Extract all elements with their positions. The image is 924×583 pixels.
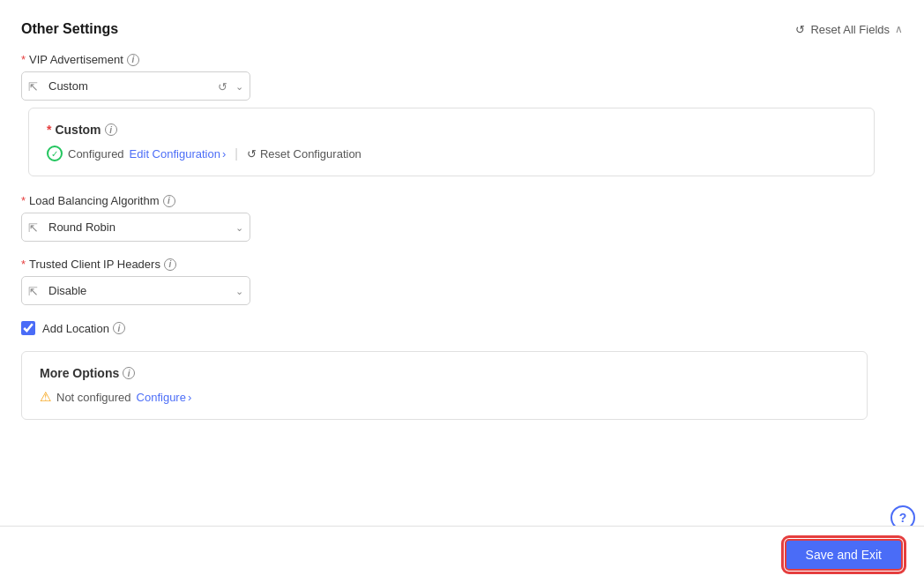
load-balancing-group: * Load Balancing Algorithm i ⇱ Round Rob…: [21, 194, 903, 242]
vip-select-wrapper: ⇱ Custom Standard None ↺ ⌄: [21, 71, 250, 101]
vip-advertisement-group: * VIP Advertisement i ⇱ Custom Standard …: [21, 53, 903, 176]
add-location-info-icon[interactable]: i: [113, 322, 125, 334]
lb-select[interactable]: Round Robin Least Connections IP Hash: [21, 213, 250, 242]
vip-info-icon[interactable]: i: [127, 54, 139, 66]
footer-bar: Save and Exit: [0, 526, 924, 583]
vip-dropdown-area: ⇱ Custom Standard None ↺ ⌄ * Custom i: [21, 71, 903, 176]
divider: |: [235, 146, 238, 161]
more-options-info-icon[interactable]: i: [123, 367, 135, 379]
custom-info-icon[interactable]: i: [105, 123, 117, 136]
tcp-label-text: Trusted Client IP Headers: [29, 258, 160, 271]
more-options-text: More Options: [40, 366, 119, 380]
tcp-required-marker: *: [21, 258, 26, 271]
lb-label-text: Load Balancing Algorithm: [29, 194, 159, 207]
section-header: Other Settings ↺ Reset All Fields ∧: [21, 21, 903, 37]
tcp-select-wrapper: ⇱ Disable Enable ⌄: [21, 276, 250, 305]
reset-config-icon: ↺: [247, 147, 257, 161]
add-location-row: Add Location i: [21, 321, 903, 335]
add-location-checkbox[interactable]: [21, 321, 35, 335]
edit-configuration-link[interactable]: Edit Configuration ›: [130, 147, 227, 161]
configured-check-icon: ✓: [47, 146, 63, 161]
save-and-exit-button[interactable]: Save and Exit: [785, 539, 903, 571]
page-title: Other Settings: [21, 21, 118, 37]
add-location-label: Add Location i: [42, 322, 125, 335]
reset-all-fields-button[interactable]: ↺ Reset All Fields ∧: [795, 23, 903, 36]
configure-link[interactable]: Configure ›: [137, 391, 192, 404]
edit-config-label: Edit Configuration: [130, 147, 220, 161]
reset-icon: ↺: [795, 23, 805, 36]
more-options-box: More Options i ⚠ Not configured Configur…: [21, 351, 868, 420]
config-status-row: ✓ Configured Edit Configuration › | ↺ Re…: [47, 146, 856, 161]
reset-all-label: Reset All Fields: [810, 23, 890, 36]
edit-config-chevron: ›: [222, 147, 226, 161]
main-content: Other Settings ↺ Reset All Fields ∧ * VI…: [0, 0, 924, 526]
more-options-title: More Options i: [40, 366, 849, 380]
vip-select[interactable]: Custom Standard None: [21, 71, 250, 101]
page-container: Other Settings ↺ Reset All Fields ∧ * VI…: [0, 0, 924, 583]
vip-label-text: VIP Advertisement: [29, 53, 123, 66]
trusted-client-ip-group: * Trusted Client IP Headers i ⇱ Disable …: [21, 258, 903, 305]
required-marker: *: [21, 53, 26, 66]
custom-required-marker: *: [47, 123, 51, 137]
configure-label: Configure: [137, 391, 186, 404]
configure-chevron: ›: [188, 391, 191, 404]
lb-select-wrapper: ⇱ Round Robin Least Connections IP Hash …: [21, 213, 250, 242]
trusted-client-label: * Trusted Client IP Headers i: [21, 258, 903, 271]
tcp-info-icon[interactable]: i: [164, 258, 176, 271]
add-location-text: Add Location: [42, 322, 109, 335]
configured-text: Configured: [68, 147, 124, 161]
custom-title-text: Custom: [55, 123, 101, 137]
not-configured-row: ⚠ Not configured Configure ›: [40, 389, 849, 405]
not-configured-text: Not configured: [56, 391, 131, 404]
warning-icon: ⚠: [40, 389, 51, 405]
lb-required-marker: *: [21, 194, 26, 207]
chevron-up-icon: ∧: [895, 23, 903, 35]
vip-advertisement-label: * VIP Advertisement i: [21, 53, 903, 66]
lb-info-icon[interactable]: i: [163, 195, 175, 207]
reset-configuration-link[interactable]: ↺ Reset Configuration: [247, 147, 361, 161]
load-balancing-label: * Load Balancing Algorithm i: [21, 194, 903, 207]
reset-config-label: Reset Configuration: [260, 147, 361, 161]
tcp-select[interactable]: Disable Enable: [21, 276, 250, 305]
custom-config-box: * Custom i ✓ Configured Edit Configurati…: [28, 108, 875, 176]
custom-config-title: * Custom i: [47, 123, 856, 137]
